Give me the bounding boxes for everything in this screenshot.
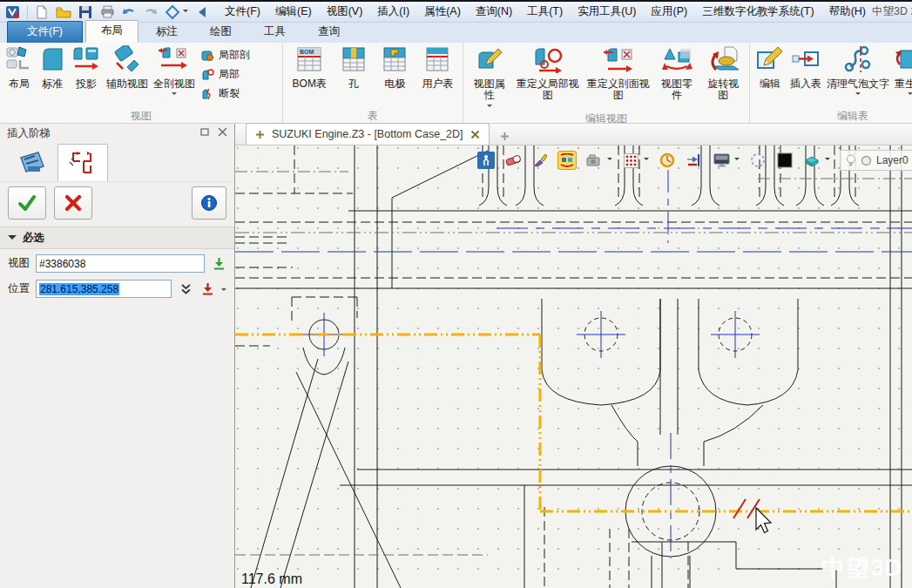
hole-table-button[interactable]: 孔: [337, 44, 370, 91]
redefine-local-view-button[interactable]: 重定义局部视图: [512, 44, 583, 104]
ribbon-tab-draw[interactable]: 绘图: [195, 22, 247, 43]
panel-tab-step-line[interactable]: [57, 144, 108, 181]
lasso-select-icon[interactable]: [749, 152, 767, 169]
view-field-input[interactable]: #3386038: [36, 254, 205, 273]
menu-edit[interactable]: 编辑(E): [275, 4, 312, 19]
menu-view[interactable]: 视图(V): [327, 4, 363, 19]
cancel-button[interactable]: [54, 186, 92, 220]
exit-sketch-icon[interactable]: [477, 152, 495, 169]
shaded-view-dropdown[interactable]: [825, 158, 830, 163]
color-swatch-icon[interactable]: [776, 152, 794, 169]
info-button[interactable]: [192, 186, 226, 220]
pick-position-icon[interactable]: [199, 281, 215, 297]
layout-view-icon: [5, 45, 33, 77]
ribbon: 布局 标准 投影 辅助视图 全剖视图 局部剖: [0, 43, 912, 124]
bom-table-button[interactable]: BOM BOM表: [290, 44, 329, 91]
local-section-button[interactable]: 局部剖: [201, 48, 250, 63]
menu-tools[interactable]: 工具(T): [527, 4, 563, 19]
pick-position-dropdown[interactable]: [221, 288, 226, 294]
shaded-view-icon[interactable]: [803, 152, 821, 169]
electrode-table-button[interactable]: 电极: [378, 44, 411, 91]
insert-table-button[interactable]: 插入表: [787, 44, 824, 91]
required-section-header[interactable]: 必选: [0, 226, 234, 249]
new-file-icon[interactable]: [34, 4, 50, 20]
camera-dropdown[interactable]: [607, 158, 612, 163]
button-label: 旋转视图: [703, 78, 744, 102]
snap-circle-icon[interactable]: [659, 152, 676, 169]
view-orient-icon[interactable]: [165, 4, 180, 20]
projection-view-button[interactable]: 投影: [69, 44, 104, 91]
local-section-icon: [201, 50, 214, 62]
menu-file[interactable]: 文件(F): [225, 4, 260, 19]
clean-balloon-text-button[interactable]: 清理气泡文字: [824, 44, 892, 99]
panel-restore-icon[interactable]: [200, 127, 210, 139]
position-field-input[interactable]: 281.615,385.258: [36, 280, 172, 298]
ok-button[interactable]: [8, 186, 46, 220]
redefine-section-view-button[interactable]: 重定义剖面视图: [583, 44, 653, 104]
ribbon-tab-tools[interactable]: 工具: [249, 22, 301, 43]
view-part-button[interactable]: 视图零件: [653, 44, 699, 104]
display-mode-dropdown[interactable]: [734, 158, 740, 163]
layer-selector[interactable]: Layer0: [840, 150, 912, 171]
menu-applications[interactable]: 应用(P): [651, 4, 687, 19]
tab-close-icon[interactable]: [470, 130, 480, 139]
menu-3d-teaching-system[interactable]: 三维数字化教学系统(T): [702, 4, 814, 19]
edit-table-icon: [755, 45, 785, 77]
clean-balloon-dropdown[interactable]: [855, 92, 861, 98]
menu-attributes[interactable]: 属性(A): [424, 4, 461, 19]
local-view-button[interactable]: 局部: [201, 67, 250, 82]
display-mode-icon[interactable]: [713, 152, 730, 169]
regenerate-button[interactable]: 重生成: [892, 44, 912, 99]
collapse-triangle-icon: [8, 235, 17, 244]
pick-view-icon[interactable]: [211, 256, 226, 272]
standard-view-button[interactable]: 标准: [36, 44, 69, 91]
new-tab-button[interactable]: [495, 127, 516, 145]
align-target-icon[interactable]: [686, 152, 703, 169]
view-attributes-button[interactable]: 视图属性: [466, 44, 512, 112]
app-logo-icon: [5, 4, 21, 20]
full-section-view-button[interactable]: 全剖视图: [151, 44, 198, 99]
camera-icon[interactable]: [585, 152, 603, 169]
edit-table-button[interactable]: 编辑: [753, 44, 787, 91]
menu-insert[interactable]: 插入(I): [377, 4, 409, 19]
open-file-icon[interactable]: [56, 4, 71, 20]
menu-utilities[interactable]: 实用工具(U): [578, 4, 636, 19]
undo-icon[interactable]: [121, 4, 137, 20]
new-tab-plus-icon: [500, 132, 510, 141]
user-table-button[interactable]: 用户表: [419, 44, 456, 91]
swap-view-icon[interactable]: [558, 152, 576, 169]
ribbon-tab-layout[interactable]: 布局: [85, 20, 138, 43]
menu-inquire[interactable]: 查询(N): [476, 4, 512, 19]
layout-view-button[interactable]: 布局: [3, 44, 36, 91]
menu-help[interactable]: 帮助(H): [829, 4, 866, 19]
rotate-view-button[interactable]: 旋转视图: [700, 44, 746, 104]
drawing-canvas[interactable]: Layer0 117.6 mm 中望3D: [235, 145, 912, 588]
regenerate-dropdown[interactable]: [908, 92, 912, 98]
brush-icon[interactable]: [531, 152, 549, 169]
view-orient-dropdown[interactable]: [183, 10, 188, 15]
save-icon[interactable]: [78, 4, 93, 20]
expand-chevrons-icon[interactable]: [178, 281, 193, 297]
back-icon[interactable]: [194, 4, 210, 20]
button-label: 重生成: [895, 78, 912, 90]
broken-view-button[interactable]: 断裂: [201, 86, 250, 101]
button-label: 标准: [42, 78, 63, 90]
panel-close-icon[interactable]: [218, 127, 227, 139]
eraser-icon[interactable]: [504, 152, 522, 169]
full-section-dropdown[interactable]: [172, 92, 177, 98]
required-section-label: 必选: [23, 231, 44, 246]
ribbon-tab-row: 文件(F) 布局 标注 绘图 工具 查询: [0, 23, 912, 43]
ribbon-tab-annotate[interactable]: 标注: [141, 22, 193, 43]
scale-readout: 117.6 mm: [241, 571, 302, 587]
ribbon-tab-file[interactable]: 文件(F): [7, 21, 83, 43]
document-tab[interactable]: SUZUKI Engine.Z3 - [Bottom Case_2D]: [246, 123, 490, 145]
view-attributes-dropdown[interactable]: [487, 105, 492, 110]
ribbon-tab-inquire[interactable]: 查询: [303, 22, 355, 43]
grid-dropdown[interactable]: [644, 158, 649, 163]
grid-toggle-icon[interactable]: [622, 152, 639, 169]
auxiliary-view-button[interactable]: 辅助视图: [104, 44, 151, 91]
print-icon[interactable]: [99, 4, 115, 20]
panel-tab-sheet[interactable]: [7, 145, 56, 181]
insert-table-icon: [791, 45, 821, 77]
redo-icon[interactable]: [143, 4, 159, 20]
